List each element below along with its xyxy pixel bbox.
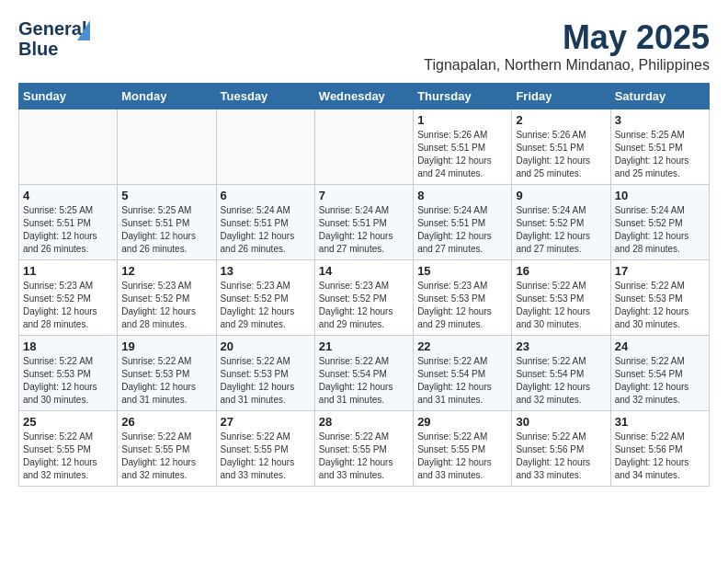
calendar-cell: 22Sunrise: 5:22 AMSunset: 5:54 PMDayligh… [414,336,512,411]
weekday-header-wednesday: Wednesday [314,84,413,109]
day-number: 18 [23,339,113,353]
day-info: Sunrise: 5:26 AMSunset: 5:51 PMDaylight:… [516,129,606,180]
day-info: Sunrise: 5:24 AMSunset: 5:51 PMDaylight:… [417,204,507,256]
calendar-cell: 21Sunrise: 5:22 AMSunset: 5:54 PMDayligh… [314,336,413,411]
day-info: Sunrise: 5:22 AMSunset: 5:55 PMDaylight:… [417,431,507,482]
day-info: Sunrise: 5:22 AMSunset: 5:53 PMDaylight:… [516,280,606,331]
calendar-cell: 14Sunrise: 5:23 AMSunset: 5:52 PMDayligh… [314,260,413,336]
calendar-cell: 17Sunrise: 5:22 AMSunset: 5:53 PMDayligh… [610,260,709,336]
day-number: 29 [417,415,507,429]
day-info: Sunrise: 5:22 AMSunset: 5:54 PMDaylight:… [516,355,606,407]
day-number: 4 [23,189,113,202]
day-number: 6 [221,189,311,202]
day-info: Sunrise: 5:24 AMSunset: 5:52 PMDaylight:… [615,204,705,256]
day-number: 9 [516,189,606,202]
calendar-cell [118,109,216,185]
day-info: Sunrise: 5:22 AMSunset: 5:53 PMDaylight:… [23,355,113,407]
day-info: Sunrise: 5:22 AMSunset: 5:55 PMDaylight:… [121,431,211,482]
day-number: 1 [417,113,507,127]
day-info: Sunrise: 5:22 AMSunset: 5:54 PMDaylight:… [615,355,705,407]
calendar-cell [314,109,413,185]
day-info: Sunrise: 5:22 AMSunset: 5:53 PMDaylight:… [221,355,311,407]
day-info: Sunrise: 5:23 AMSunset: 5:53 PMDaylight:… [417,280,507,331]
day-number: 14 [319,264,409,278]
calendar-cell: 26Sunrise: 5:22 AMSunset: 5:55 PMDayligh… [118,411,216,487]
calendar-cell: 30Sunrise: 5:22 AMSunset: 5:56 PMDayligh… [512,411,610,487]
calendar-cell [19,109,118,185]
day-number: 20 [221,339,311,353]
day-number: 15 [417,264,507,278]
day-info: Sunrise: 5:22 AMSunset: 5:54 PMDaylight:… [319,355,409,407]
day-info: Sunrise: 5:24 AMSunset: 5:51 PMDaylight:… [319,204,409,256]
day-number: 16 [516,264,606,278]
calendar-cell: 5Sunrise: 5:25 AMSunset: 5:51 PMDaylight… [118,185,216,260]
day-number: 7 [319,189,409,202]
day-info: Sunrise: 5:23 AMSunset: 5:52 PMDaylight:… [319,280,409,331]
day-info: Sunrise: 5:22 AMSunset: 5:55 PMDaylight:… [23,431,113,482]
day-info: Sunrise: 5:24 AMSunset: 5:51 PMDaylight:… [221,204,311,256]
calendar-cell: 2Sunrise: 5:26 AMSunset: 5:51 PMDaylight… [512,109,610,185]
day-number: 8 [417,189,507,202]
day-info: Sunrise: 5:23 AMSunset: 5:52 PMDaylight:… [23,280,113,331]
weekday-header-monday: Monday [118,84,216,109]
weekday-header-saturday: Saturday [610,84,709,109]
title-section: May 2025 Tignapalan, Northern Mindanao, … [424,18,710,74]
day-number: 28 [319,415,409,429]
location-title: Tignapalan, Northern Mindanao, Philippin… [424,57,710,74]
day-number: 27 [221,415,311,429]
day-number: 10 [615,189,705,202]
month-title: May 2025 [424,18,710,57]
day-info: Sunrise: 5:22 AMSunset: 5:53 PMDaylight:… [121,355,211,407]
calendar-cell: 12Sunrise: 5:23 AMSunset: 5:52 PMDayligh… [118,260,216,336]
day-number: 2 [516,113,606,127]
day-number: 3 [615,113,705,127]
calendar-cell: 3Sunrise: 5:25 AMSunset: 5:51 PMDaylight… [610,109,709,185]
day-number: 23 [516,339,606,353]
day-info: Sunrise: 5:22 AMSunset: 5:56 PMDaylight:… [516,431,606,482]
calendar-cell: 28Sunrise: 5:22 AMSunset: 5:55 PMDayligh… [314,411,413,487]
calendar-cell: 23Sunrise: 5:22 AMSunset: 5:54 PMDayligh… [512,336,610,411]
calendar-cell: 11Sunrise: 5:23 AMSunset: 5:52 PMDayligh… [19,260,118,336]
calendar-cell: 18Sunrise: 5:22 AMSunset: 5:53 PMDayligh… [19,336,118,411]
day-number: 26 [121,415,211,429]
day-number: 11 [23,264,113,278]
day-info: Sunrise: 5:24 AMSunset: 5:52 PMDaylight:… [516,204,606,256]
day-number: 17 [615,264,705,278]
calendar-table: SundayMondayTuesdayWednesdayThursdayFrid… [18,83,710,487]
calendar-cell: 9Sunrise: 5:24 AMSunset: 5:52 PMDaylight… [512,185,610,260]
day-number: 12 [121,264,211,278]
calendar-cell: 24Sunrise: 5:22 AMSunset: 5:54 PMDayligh… [610,336,709,411]
day-number: 22 [417,339,507,353]
calendar-cell [216,109,314,185]
day-number: 30 [516,415,606,429]
calendar-cell: 25Sunrise: 5:22 AMSunset: 5:55 PMDayligh… [19,411,118,487]
calendar-cell: 27Sunrise: 5:22 AMSunset: 5:55 PMDayligh… [216,411,314,487]
day-number: 13 [221,264,311,278]
page-header: General Blue May 2025 Tignapalan, Northe… [18,18,710,74]
calendar-cell: 19Sunrise: 5:22 AMSunset: 5:53 PMDayligh… [118,336,216,411]
weekday-header-friday: Friday [512,84,610,109]
logo: General Blue [18,18,83,60]
calendar-cell: 20Sunrise: 5:22 AMSunset: 5:53 PMDayligh… [216,336,314,411]
day-info: Sunrise: 5:22 AMSunset: 5:56 PMDaylight:… [615,431,705,482]
calendar-cell: 8Sunrise: 5:24 AMSunset: 5:51 PMDaylight… [414,185,512,260]
calendar-cell: 13Sunrise: 5:23 AMSunset: 5:52 PMDayligh… [216,260,314,336]
calendar-cell: 10Sunrise: 5:24 AMSunset: 5:52 PMDayligh… [610,185,709,260]
day-info: Sunrise: 5:22 AMSunset: 5:55 PMDaylight:… [221,431,311,482]
day-number: 21 [319,339,409,353]
calendar-cell: 4Sunrise: 5:25 AMSunset: 5:51 PMDaylight… [19,185,118,260]
day-info: Sunrise: 5:26 AMSunset: 5:51 PMDaylight:… [417,129,507,180]
day-number: 31 [615,415,705,429]
day-number: 24 [615,339,705,353]
weekday-header-thursday: Thursday [414,84,512,109]
day-number: 19 [121,339,211,353]
calendar-cell: 16Sunrise: 5:22 AMSunset: 5:53 PMDayligh… [512,260,610,336]
calendar-cell: 6Sunrise: 5:24 AMSunset: 5:51 PMDaylight… [216,185,314,260]
calendar-cell: 7Sunrise: 5:24 AMSunset: 5:51 PMDaylight… [314,185,413,260]
day-info: Sunrise: 5:22 AMSunset: 5:55 PMDaylight:… [319,431,409,482]
weekday-header-tuesday: Tuesday [216,84,314,109]
day-number: 5 [121,189,211,202]
day-info: Sunrise: 5:22 AMSunset: 5:54 PMDaylight:… [417,355,507,407]
calendar-cell: 1Sunrise: 5:26 AMSunset: 5:51 PMDaylight… [414,109,512,185]
day-info: Sunrise: 5:25 AMSunset: 5:51 PMDaylight:… [615,129,705,180]
